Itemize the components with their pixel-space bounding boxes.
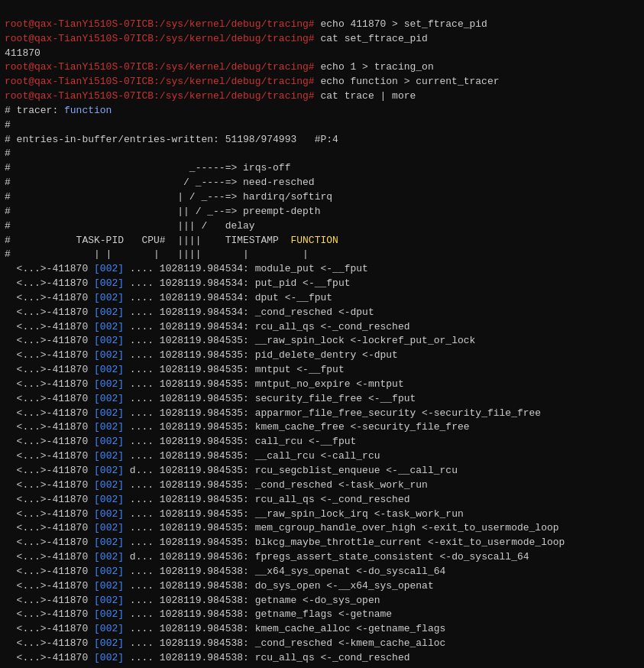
trace-pid: <...>-411870 xyxy=(5,263,94,274)
trace-pid: <...>-411870 xyxy=(5,321,94,332)
trace-function: _cond_resched <-dput xyxy=(255,306,374,318)
trace-cpu: [002] xyxy=(94,551,124,563)
trace-function: dput <-__fput xyxy=(255,292,332,303)
terminal-line: root@qax-TianYi510S-07ICB:/sys/kernel/de… xyxy=(5,18,639,32)
terminal-line: <...>-411870 [002] .... 1028119.984535: … xyxy=(5,536,639,550)
trace-function: __x64_sys_openat <-do_syscall_64 xyxy=(255,566,446,577)
trace-timestamp: 1028119.984535: xyxy=(160,436,255,447)
terminal-line: <...>-411870 [002] d... 1028119.984536: … xyxy=(5,550,639,565)
trace-flags: .... xyxy=(124,277,160,289)
trace-pid: <...>-411870 xyxy=(5,450,94,462)
terminal-line: # TASK-PID CPU# |||| TIMESTAMP FUNCTION xyxy=(5,234,639,248)
trace-function: rcu_segcblist_enqueue <-__call_rcu xyxy=(255,465,458,476)
trace-cpu: [002] xyxy=(94,407,124,419)
trace-timestamp: 1028119.984538: xyxy=(160,580,255,592)
trace-function: _cond_resched <-kmem_cache_alloc xyxy=(255,637,446,649)
trace-flags: .... xyxy=(124,580,160,592)
trace-flags: .... xyxy=(124,479,160,491)
trace-flags: .... xyxy=(124,407,160,419)
terminal-line: <...>-411870 [002] .... 1028119.984535: … xyxy=(5,521,639,536)
terminal-line: # | | | |||| | | xyxy=(5,248,639,262)
trace-timestamp: 1028119.984534: xyxy=(160,321,255,332)
trace-timestamp: 1028119.984538: xyxy=(160,608,255,620)
trace-cpu: [002] xyxy=(94,364,124,375)
trace-function: fpregs_assert_state_consistent <-do_sysc… xyxy=(255,551,529,563)
prompt: root@qax-TianYi510S-07ICB:/sys/kernel/de… xyxy=(5,33,315,44)
trace-pid: <...>-411870 xyxy=(5,349,94,361)
terminal-line: # _-----=> irqs-off xyxy=(5,161,639,176)
trace-cpu: [002] xyxy=(94,349,124,361)
trace-flags: .... xyxy=(124,335,160,346)
trace-timestamp: 1028119.984535: xyxy=(160,393,255,404)
terminal-line: <...>-411870 [002] .... 1028119.984535: … xyxy=(5,392,639,407)
command: cat trace | more xyxy=(315,90,416,102)
trace-flags: .... xyxy=(124,321,160,332)
terminal-line: <...>-411870 [002] .... 1028119.984538: … xyxy=(5,651,639,666)
trace-timestamp: 1028119.984535: xyxy=(160,479,255,491)
trace-cpu: [002] xyxy=(94,292,124,303)
terminal-line: <...>-411870 [002] .... 1028119.984538: … xyxy=(5,565,639,579)
terminal-line: <...>-411870 [002] .... 1028119.984534: … xyxy=(5,262,639,277)
trace-flags: .... xyxy=(124,292,160,303)
trace-function: __raw_spin_lock <-lockref_put_or_lock xyxy=(255,335,476,346)
trace-timestamp: 1028119.984534: xyxy=(160,263,255,274)
trace-function: mem_cgroup_handle_over_high <-exit_to_us… xyxy=(255,522,559,533)
trace-cpu: [002] xyxy=(94,263,124,274)
trace-pid: <...>-411870 xyxy=(5,566,94,577)
terminal-line: <...>-411870 [002] .... 1028119.984538: … xyxy=(5,608,639,622)
trace-function: apparmor_file_free_security <-security_f… xyxy=(255,407,541,419)
trace-cpu: [002] xyxy=(94,608,124,620)
trace-pid: <...>-411870 xyxy=(5,537,94,548)
terminal-line: # entries-in-buffer/entries-written: 511… xyxy=(5,133,639,148)
trace-flags: .... xyxy=(124,364,160,375)
trace-function: call_rcu <-__fput xyxy=(255,436,357,447)
prompt: root@qax-TianYi510S-07ICB:/sys/kernel/de… xyxy=(5,18,315,30)
terminal-line: <...>-411870 [002] .... 1028119.984535: … xyxy=(5,507,639,522)
trace-timestamp: 1028119.984538: xyxy=(160,637,255,649)
terminal-line: # | / _---=> hardirq/softirq xyxy=(5,190,639,205)
trace-pid: <...>-411870 xyxy=(5,479,94,491)
trace-function: mntput_no_expire <-mntput xyxy=(255,378,404,390)
terminal-line: <...>-411870 [002] .... 1028119.984535: … xyxy=(5,420,639,435)
trace-function: __raw_spin_lock_irq <-task_work_run xyxy=(255,508,464,520)
trace-flags: .... xyxy=(124,494,160,505)
trace-cpu: [002] xyxy=(94,623,124,634)
trace-pid: <...>-411870 xyxy=(5,522,94,533)
terminal-line: <...>-411870 [002] .... 1028119.984534: … xyxy=(5,320,639,335)
command: echo function > current_tracer xyxy=(315,76,500,87)
terminal-line: root@qax-TianYi510S-07ICB:/sys/kernel/de… xyxy=(5,32,639,47)
trace-function: rcu_all_qs <-_cond_resched xyxy=(255,652,410,663)
trace-cpu: [002] xyxy=(94,277,124,289)
trace-flags: .... xyxy=(124,436,160,447)
trace-timestamp: 1028119.984535: xyxy=(160,364,255,375)
trace-function: _cond_resched <-task_work_run xyxy=(255,479,428,491)
terminal-line: <...>-411870 [002] .... 1028119.984534: … xyxy=(5,306,639,320)
trace-flags: .... xyxy=(124,566,160,577)
terminal-line: <...>-411870 [002] .... 1028119.984535: … xyxy=(5,363,639,378)
trace-cpu: [002] xyxy=(94,637,124,649)
trace-cpu: [002] xyxy=(94,335,124,346)
trace-function: put_pid <-__fput xyxy=(255,277,351,289)
trace-pid: <...>-411870 xyxy=(5,335,94,346)
trace-pid: <...>-411870 xyxy=(5,623,94,634)
trace-cpu: [002] xyxy=(94,479,124,491)
trace-function: security_file_free <-__fput xyxy=(255,393,416,404)
trace-function: pid_delete_dentry <-dput xyxy=(255,349,398,361)
trace-pid: <...>-411870 xyxy=(5,508,94,520)
trace-function: blkcg_maybe_throttle_current <-exit_to_u… xyxy=(255,537,565,548)
trace-pid: <...>-411870 xyxy=(5,652,94,663)
trace-flags: .... xyxy=(124,378,160,390)
terminal-line: <...>-411870 [002] .... 1028119.984535: … xyxy=(5,449,639,464)
trace-function: rcu_all_qs <-_cond_resched xyxy=(255,494,410,505)
terminal-line: <...>-411870 [002] .... 1028119.984535: … xyxy=(5,378,639,392)
trace-pid: <...>-411870 xyxy=(5,421,94,433)
trace-pid: <...>-411870 xyxy=(5,292,94,303)
trace-cpu: [002] xyxy=(94,595,124,606)
trace-function: kmem_cache_alloc <-getname_flags xyxy=(255,623,446,634)
trace-cpu: [002] xyxy=(94,508,124,520)
terminal-line: <...>-411870 [002] .... 1028119.984535: … xyxy=(5,407,639,421)
trace-flags: .... xyxy=(124,393,160,404)
prompt: root@qax-TianYi510S-07ICB:/sys/kernel/de… xyxy=(5,61,315,73)
trace-timestamp: 1028119.984535: xyxy=(160,465,255,476)
trace-function: rcu_all_qs <-_cond_resched xyxy=(255,321,410,332)
